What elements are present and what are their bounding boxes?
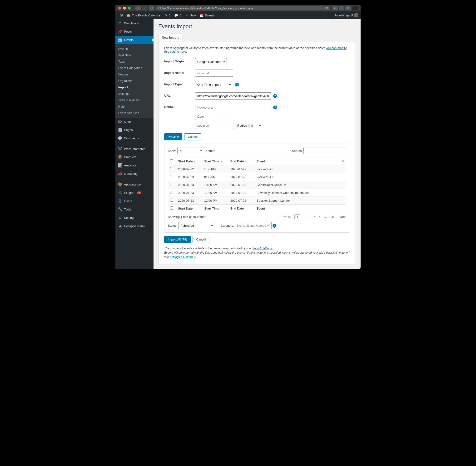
page-2[interactable]: 2 (304, 215, 305, 219)
share-icon[interactable]: ⇪ (339, 6, 344, 11)
menu-icon: 📅 (118, 38, 122, 42)
date-input[interactable] (195, 113, 223, 120)
radius-select[interactable]: Radius (mi) (235, 122, 263, 129)
submenu-item-events[interactable]: Events (115, 46, 154, 52)
new-label: New (190, 13, 196, 17)
new-tab-icon[interactable]: + (352, 6, 358, 11)
submenu-item-settings[interactable]: Settings (115, 91, 154, 97)
sidebar-item-marketing[interactable]: 📣Marketing (115, 170, 154, 178)
origin-select[interactable]: Google Calendar (195, 58, 227, 65)
import-all-button[interactable]: Import All (79) (164, 236, 191, 243)
submenu-item-organizers[interactable]: Organizers (115, 78, 154, 84)
sidebar-item-events[interactable]: 📅Events (115, 36, 154, 44)
table-row: 2020-07-221:00 PM2020-07-22Blocked Out (168, 165, 346, 173)
help-icon[interactable]: ? (273, 94, 277, 98)
submenu-item-tags[interactable]: Tags (115, 58, 154, 65)
row-checkbox[interactable] (170, 167, 173, 170)
sidebar-item-comments[interactable]: 💬Comments (115, 134, 154, 142)
page-4[interactable]: 4 (314, 215, 315, 219)
sidebar-icon[interactable]: ▢ (149, 6, 154, 11)
preview-button[interactable]: Preview (164, 133, 182, 140)
back-button[interactable]: ‹ (136, 6, 141, 11)
cancel-import-button[interactable]: Cancel (193, 236, 209, 243)
keywords-input[interactable] (195, 104, 271, 111)
select-all-checkbox[interactable] (170, 159, 173, 163)
sidebar-item-analytics[interactable]: 📊Analytics (115, 161, 154, 170)
row-checkbox[interactable] (170, 183, 173, 186)
updates-link[interactable]: ⟳ 0 (163, 13, 172, 17)
col-event[interactable]: Event⇅ (254, 157, 346, 165)
avatar[interactable] (354, 13, 358, 17)
submenu-item-add-new[interactable]: Add New (115, 52, 154, 58)
col-start-time[interactable]: Start Time⇅ (202, 157, 228, 165)
submenu-item-event-categories[interactable]: Event Categories (115, 65, 154, 71)
sidebar-item-posts[interactable]: 📌Posts (115, 27, 154, 36)
type-select[interactable]: One-Time Import (195, 81, 233, 88)
category-select[interactable]: No Additional Categories (235, 222, 272, 229)
select-all-footer-checkbox[interactable] (170, 207, 173, 210)
help-icon[interactable]: ? (272, 224, 276, 228)
url-bar[interactable]: ⦿ Not Secure — tribe.events/wp-admin/edi… (156, 6, 330, 11)
submenu-item-event-add-ons[interactable]: Event Add-Ons (115, 110, 154, 116)
row-checkbox[interactable] (170, 191, 173, 194)
howdy-text[interactable]: Howdy, geoff (335, 13, 353, 17)
tab-new-import[interactable]: New Import (158, 34, 182, 41)
menu-label: Plugins (124, 191, 134, 195)
status-select[interactable]: Published (178, 222, 215, 229)
row-checkbox[interactable] (170, 175, 173, 178)
sidebar-item-plugins[interactable]: 🔌Plugins7 (115, 189, 154, 197)
search-input[interactable] (304, 147, 346, 154)
prev-button[interactable]: Previous (279, 215, 292, 219)
download-icon[interactable]: ⬇ (332, 6, 338, 11)
new-link[interactable]: ＋ New (183, 13, 198, 17)
row-checkbox[interactable] (170, 198, 173, 202)
submenu-item-import[interactable]: Import (115, 84, 154, 91)
submenu-item-ticket-fieldsets[interactable]: Ticket Fieldsets (115, 97, 154, 103)
sidebar-item-users[interactable]: 👤Users (115, 197, 154, 205)
help-icon[interactable]: ? (235, 83, 239, 86)
help-icon[interactable]: ? (273, 105, 277, 109)
sidebar-item-products[interactable]: 📦Products (115, 153, 154, 161)
col-end-date[interactable]: End Date⇅ (228, 157, 254, 165)
zoom-icon[interactable] (128, 7, 131, 10)
table-row: 2020-07-2310:00 AM2020-07-23Geoff/Hazel … (168, 181, 346, 189)
col-start-date[interactable]: Start Date▲ (176, 157, 202, 165)
sidebar-item-media[interactable]: 🖼Media (115, 118, 154, 126)
titlebar: ‹ › ▢ ⦿ Not Secure — tribe.events/wp-adm… (115, 5, 361, 12)
forward-button[interactable]: › (142, 6, 147, 11)
entries-select[interactable]: 5 (177, 147, 204, 154)
sidebar-item-collapse-menu[interactable]: ◀Collapse menu (115, 222, 154, 230)
wp-logo-icon[interactable]: ⓦ (118, 13, 125, 17)
sidebar-item-dashboard[interactable]: ⚙Dashboard (115, 19, 154, 27)
settings-general-link[interactable]: Settings > General (170, 255, 193, 259)
events-link[interactable]: 📅 Events (198, 13, 216, 17)
type-label: Import Type: (164, 81, 195, 86)
reload-icon[interactable]: ⟳ (326, 7, 328, 10)
cell-start-date: 2020-07-23 (176, 173, 202, 181)
menu-icon: 🎨 (118, 182, 122, 187)
url-input[interactable] (195, 92, 271, 100)
page-3[interactable]: 3 (309, 215, 310, 219)
table-info: Showing 1 to 5 of 79 entries (168, 215, 206, 219)
name-input[interactable] (195, 70, 233, 77)
submenu-item-venues[interactable]: Venues (115, 71, 154, 78)
tabs-icon[interactable]: ⧉ (345, 6, 351, 11)
cancel-button[interactable]: Cancel (184, 133, 201, 140)
close-icon[interactable] (118, 7, 121, 10)
cell-start-time: 1:00 PM (202, 165, 228, 173)
next-button[interactable]: Next (340, 215, 346, 219)
import-settings-link[interactable]: Import Settings. (253, 247, 273, 250)
sidebar-item-woocommerce[interactable]: WWooCommerce (115, 145, 154, 153)
sidebar-item-pages[interactable]: 📄Pages (115, 126, 154, 134)
submenu-item-help[interactable]: Help (115, 103, 154, 110)
sidebar-item-settings[interactable]: ⚙Settings (115, 214, 154, 222)
page-1[interactable]: 1 (295, 214, 300, 219)
sidebar-item-tools[interactable]: 🔧Tools (115, 205, 154, 214)
comments-link[interactable]: 💬 0 (172, 13, 183, 17)
page-5[interactable]: 5 (319, 215, 321, 219)
minimize-icon[interactable] (123, 7, 126, 10)
location-input[interactable] (195, 122, 233, 129)
page-16[interactable]: 16 (330, 215, 334, 219)
sidebar-item-appearance[interactable]: 🎨Appearance (115, 180, 154, 189)
site-link[interactable]: 🏠 The Events Calendar (125, 13, 163, 17)
